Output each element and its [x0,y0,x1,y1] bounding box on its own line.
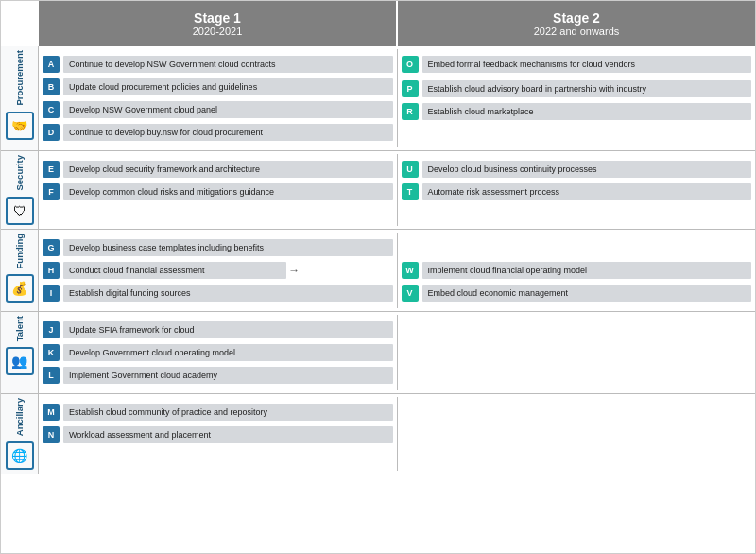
talent-icon: 👥 [6,347,34,375]
talent-sidebar: Talent 👥 [1,312,39,393]
funding-stage1: G Develop business case templates includ… [39,233,398,308]
item-R-bar: Establish cloud marketplace [422,103,752,120]
item-M-row: M Establish cloud community of practice … [43,402,393,423]
ancillary-label: Ancillary [14,398,25,436]
item-N-row: N Workload assessment and placement [43,424,393,445]
ancillary-section: Ancillary 🌐 M Establish cloud community … [1,394,755,474]
item-T-letter: T [402,183,419,200]
talent-stage2 [398,315,756,390]
item-M-bar: Establish cloud community of practice an… [63,404,393,421]
item-E-row: E Develop cloud security framework and a… [43,159,393,180]
procurement-label: Procurement [14,50,25,106]
talent-content: J Update SFIA framework for cloud K Deve… [39,312,755,393]
procurement-stage1: A Continue to develop NSW Government clo… [39,49,398,147]
procurement-sidebar: Procurement 🤝 [1,46,39,150]
item-L-letter: L [43,367,60,384]
item-C-letter: C [43,101,60,118]
funding-label: Funding [14,234,25,268]
item-F-letter: F [43,183,60,200]
item-T-row: T Automate risk assessment process [402,182,752,202]
item-L-bar: Implement Government cloud academy [63,367,393,384]
ancillary-stage1: M Establish cloud community of practice … [39,397,398,471]
item-P-letter: P [402,80,419,97]
ancillary-icon: 🌐 [6,441,34,470]
item-D-bar: Continue to develop buy.nsw for cloud pr… [63,124,393,141]
item-H-row: H Conduct cloud financial assessment → [43,260,393,281]
procurement-stage2: O Embed formal feedback mechanisms for c… [398,49,756,147]
item-E-letter: E [43,161,60,178]
talent-label: Talent [14,316,25,341]
item-A-bar: Continue to develop NSW Government cloud… [63,56,393,73]
header-row: Stage 1 2020-2021 Stage 2 2022 and onwar… [1,1,755,46]
item-D-letter: D [43,124,60,141]
security-icon: 🛡 [6,197,34,225]
item-N-bar: Workload assessment and placement [63,426,393,443]
item-U-bar: Develop cloud business continuity proces… [422,161,752,178]
stage1-header: Stage 1 2020-2021 [39,1,398,46]
stage2-title: Stage 2 [553,10,600,26]
item-J-letter: J [43,321,60,338]
item-W-row: W Implement cloud financial operating mo… [402,260,752,281]
security-stage2: U Develop cloud business continuity proc… [398,154,756,226]
funding-stage2: W Implement cloud financial operating mo… [398,233,756,308]
item-H-letter: H [43,262,60,279]
item-M-letter: M [43,404,60,421]
item-D-row: D Continue to develop buy.nsw for cloud … [43,122,393,143]
security-content: E Develop cloud security framework and a… [39,151,755,229]
item-J-row: J Update SFIA framework for cloud [43,320,393,340]
item-V-letter: V [402,285,419,302]
item-H-bar: Conduct cloud financial assessment [63,262,286,279]
funding-section: Funding 💰 G Develop business case templa… [1,230,755,312]
item-R-letter: R [402,103,419,120]
item-G-bar: Develop business case templates includin… [63,239,393,256]
security-stage1: E Develop cloud security framework and a… [39,154,398,226]
stage1-sub: 2020-2021 [193,26,243,37]
item-L-row: L Implement Government cloud academy [43,365,393,386]
procurement-content: A Continue to develop NSW Government clo… [39,46,755,150]
item-G-row: G Develop business case templates includ… [43,237,393,258]
item-W-letter: W [402,262,419,279]
item-I-letter: I [43,285,60,302]
talent-stage1: J Update SFIA framework for cloud K Deve… [39,315,398,390]
item-V-row: V Embed cloud economic management [402,283,752,303]
item-O-letter: O [402,56,419,73]
arrow-H-W: → [286,264,301,277]
stage2-sub: 2022 and onwards [534,26,620,37]
item-B-bar: Update cloud procurement policies and gu… [63,78,393,95]
stage1-title: Stage 1 [194,10,241,26]
item-N-letter: N [43,426,60,443]
funding-content: G Develop business case templates includ… [39,230,755,311]
item-I-row: I Establish digital funding sources [43,283,393,303]
procurement-icon: 🤝 [6,112,34,140]
item-K-bar: Develop Government cloud operating model [63,344,393,361]
item-J-bar: Update SFIA framework for cloud [63,321,393,338]
item-U-row: U Develop cloud business continuity proc… [402,159,752,180]
main-container: Stage 1 2020-2021 Stage 2 2022 and onwar… [0,0,756,554]
funding-sidebar: Funding 💰 [1,230,39,311]
item-V-bar: Embed cloud economic management [422,285,752,302]
ancillary-content: M Establish cloud community of practice … [39,394,755,474]
item-C-bar: Develop NSW Government cloud panel [63,101,393,118]
item-G-letter: G [43,239,60,256]
item-I-bar: Establish digital funding sources [63,285,393,302]
item-A-row: A Continue to develop NSW Government clo… [43,54,393,75]
header-spacer [1,1,39,46]
item-A-letter: A [43,56,60,73]
item-E-bar: Develop cloud security framework and arc… [63,161,393,178]
security-section: Security 🛡 E Develop cloud security fram… [1,151,755,230]
item-K-row: K Develop Government cloud operating mod… [43,342,393,363]
item-W-bar: Implement cloud financial operating mode… [422,262,752,279]
item-O-row: O Embed formal feedback mechanisms for c… [402,54,752,75]
item-P-bar: Establish cloud advisory board in partne… [422,80,752,97]
ancillary-sidebar: Ancillary 🌐 [1,394,39,474]
item-B-row: B Update cloud procurement policies and … [43,77,393,97]
item-F-bar: Develop common cloud risks and mitigatio… [63,183,393,200]
talent-section: Talent 👥 J Update SFIA framework for clo… [1,312,755,394]
item-P-row: P Establish cloud advisory board in part… [402,78,752,99]
ancillary-stage2 [398,397,756,471]
procurement-section: Procurement 🤝 A Continue to develop NSW … [1,46,755,151]
item-F-row: F Develop common cloud risks and mitigat… [43,182,393,202]
stage2-header: Stage 2 2022 and onwards [398,1,755,46]
security-label: Security [14,155,25,191]
item-C-row: C Develop NSW Government cloud panel [43,99,393,120]
